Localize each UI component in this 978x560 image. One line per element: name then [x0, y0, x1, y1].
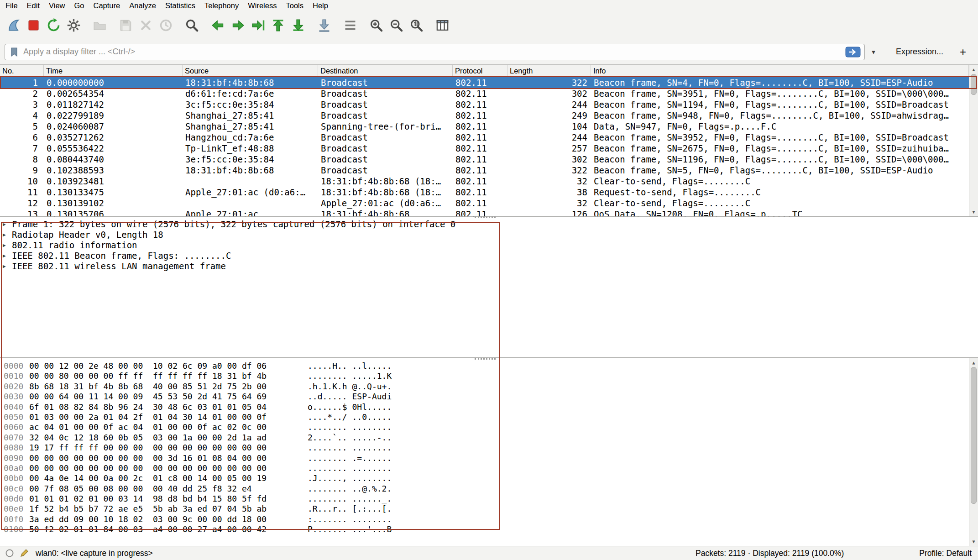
save-file-icon [118, 18, 133, 33]
menu-telephony[interactable]: Telephony [200, 0, 243, 11]
go-forward-button[interactable] [228, 16, 247, 35]
pane-splitter-handle[interactable] [475, 216, 496, 218]
apply-filter-button[interactable] [845, 47, 861, 58]
hex-row-0090[interactable]: 009000 00 00 00 00 00 00 00 00 3d 16 01 … [0, 453, 978, 463]
column-header-length[interactable]: Length [507, 65, 591, 77]
menu-go[interactable]: Go [70, 0, 89, 11]
scrollbar-up-icon[interactable]: ▲ [969, 65, 978, 73]
scrollbar-thumb[interactable] [971, 367, 977, 504]
menu-edit[interactable]: Edit [22, 0, 44, 11]
menu-statistics[interactable]: Statistics [161, 0, 200, 11]
hex-row-00b0[interactable]: 00b000 4a 0e 14 00 0a 00 2c 01 c8 00 14 … [0, 473, 978, 483]
capture-options-button[interactable] [64, 16, 83, 35]
menu-analyze[interactable]: Analyze [125, 0, 161, 11]
display-filter-field[interactable] [5, 44, 865, 60]
scrollbar-thumb[interactable] [971, 74, 977, 95]
column-header-source[interactable]: Source [183, 65, 318, 77]
zoom-in-button[interactable] [366, 16, 386, 35]
filter-dropdown-button[interactable]: ▾ [867, 44, 880, 60]
pane-splitter-handle[interactable] [475, 358, 496, 360]
packet-row-2[interactable]: 20.002654354d6:61:fe:cd:7a:6eBroadcast80… [0, 88, 969, 99]
packet-row-3[interactable]: 30.0118271423c:f5:cc:0e:35:84Broadcast80… [0, 99, 969, 110]
packet-row-7[interactable]: 70.055536422Tp-LinkT_ef:48:88Broadcast80… [0, 143, 969, 154]
packet-detail-line[interactable]: ▶Frame 1: 322 bytes on wire (2576 bits),… [0, 219, 978, 230]
scrollbar-down-icon[interactable]: ▼ [969, 208, 978, 216]
packet-row-8[interactable]: 80.0804437403e:f5:cc:0e:35:84Broadcast80… [0, 154, 969, 165]
hex-row-0040[interactable]: 00406f 01 08 82 84 8b 96 24 30 48 6c 03 … [0, 402, 978, 412]
hex-row-0080[interactable]: 008019 17 ff ff ff 00 00 00 00 00 00 00 … [0, 443, 978, 453]
expert-info-icon[interactable] [5, 548, 15, 558]
display-filter-input[interactable] [23, 47, 845, 57]
expression-button[interactable]: Expression... [887, 47, 952, 57]
expand-triangle-icon[interactable]: ▶ [3, 230, 12, 240]
hex-row-00c0[interactable]: 00c000 7f 08 05 00 08 00 00 00 40 dd 25 … [0, 484, 978, 494]
find-packet-button[interactable] [182, 16, 201, 35]
hex-row-0070[interactable]: 007032 04 0c 12 18 60 0b 05 03 00 1a 00 … [0, 433, 978, 443]
column-header-protocol[interactable]: Protocol [453, 65, 507, 77]
zoom-original-button[interactable] [407, 16, 426, 35]
hex-row-0020[interactable]: 00208b 68 18 31 bf 4b 8b 68 40 00 85 51 … [0, 382, 978, 392]
packet-row-4[interactable]: 40.022799189Shanghai_27:85:41Broadcast80… [0, 110, 969, 121]
stop-capture-button[interactable] [24, 16, 43, 35]
packet-row-10[interactable]: 100.10392348118:31:bf:4b:8b:68 (18:…802.… [0, 176, 969, 187]
hex-row-0060[interactable]: 0060ac 04 01 00 00 0f ac 04 01 00 00 0f … [0, 422, 978, 432]
auto-scroll-button[interactable] [314, 16, 334, 35]
hex-row-0030[interactable]: 003000 00 64 00 11 14 00 09 45 53 50 2d … [0, 392, 978, 402]
start-capture-button[interactable] [4, 16, 23, 35]
zoom-out-button[interactable] [387, 16, 406, 35]
hex-offset: 0040 [4, 402, 25, 412]
packet-row-13[interactable]: 130.130135706Apple_27:01:ac18:31:bf:4b:8… [0, 209, 969, 216]
go-first-button[interactable] [268, 16, 288, 35]
restart-capture-button[interactable] [44, 16, 63, 35]
packet-row-5[interactable]: 50.024060087Shanghai_27:85:41Spanning-tr… [0, 121, 969, 132]
packet-row-6[interactable]: 60.035271262Hangzhou_cd:7a:6eBroadcast80… [0, 132, 969, 143]
menu-wireless[interactable]: Wireless [243, 0, 281, 11]
expand-triangle-icon[interactable]: ▶ [3, 219, 12, 230]
menu-help[interactable]: Help [308, 0, 333, 11]
packet-row-11[interactable]: 110.130133475Apple_27:01:ac (d0:a6:…18:3… [0, 187, 969, 198]
hex-row-0050[interactable]: 005001 03 00 00 2a 01 04 2f 01 04 30 14 … [0, 412, 978, 422]
menu-capture[interactable]: Capture [89, 0, 125, 11]
packet-bytes-scrollbar[interactable]: ▲ ▼ [969, 358, 978, 546]
packet-detail-line[interactable]: ▶IEEE 802.11 Beacon frame, Flags: ......… [0, 251, 978, 261]
scrollbar-up-icon[interactable]: ▲ [969, 358, 978, 366]
capture-comment-icon[interactable] [19, 548, 29, 558]
column-header-time[interactable]: Time [44, 65, 183, 77]
packet-detail-line[interactable]: ▶IEEE 802.11 wireless LAN management fra… [0, 261, 978, 272]
hex-row-0010[interactable]: 001000 00 80 00 00 00 ff ff ff ff ff ff … [0, 371, 978, 381]
resize-columns-button[interactable] [433, 16, 452, 35]
hex-row-00a0[interactable]: 00a000 00 00 00 00 00 00 00 00 00 00 00 … [0, 463, 978, 473]
packet-row-12[interactable]: 120.130139102Apple_27:01:ac (d0:a6:…802.… [0, 198, 969, 209]
expand-triangle-icon[interactable]: ▶ [3, 251, 12, 261]
menu-tools[interactable]: Tools [281, 0, 308, 11]
scrollbar-down-icon[interactable]: ▼ [969, 537, 978, 545]
hex-row-00f0[interactable]: 00f03a ed dd 09 00 10 18 02 03 00 9c 00 … [0, 514, 978, 524]
hex-row-00e0[interactable]: 00e01f 52 b4 b5 b7 72 ae e5 5b ab 3a ed … [0, 504, 978, 514]
hex-row-0100[interactable]: 010050 f2 02 01 01 84 00 03 a4 00 00 27 … [0, 524, 978, 534]
column-header-no[interactable]: No. [0, 65, 44, 77]
packet-list-scrollbar[interactable]: ▲ ▼ [969, 65, 978, 216]
expand-triangle-icon[interactable]: ▶ [3, 261, 12, 272]
hex-row-00d0[interactable]: 00d001 01 01 02 01 00 03 14 98 d8 bd b4 … [0, 494, 978, 504]
expand-triangle-icon[interactable]: ▶ [3, 240, 12, 251]
menu-view[interactable]: View [44, 0, 69, 11]
packet-cell-length: 249 [507, 110, 591, 121]
packet-detail-line[interactable]: ▶Radiotap Header v0, Length 18 [0, 230, 978, 240]
go-last-button[interactable] [288, 16, 308, 35]
packet-row-1[interactable]: 10.00000000018:31:bf:4b:8b:68Broadcast80… [0, 77, 969, 88]
packet-row-9[interactable]: 90.10238859318:31:bf:4b:8b:68Broadcast80… [0, 165, 969, 176]
go-to-packet-button[interactable] [248, 16, 267, 35]
packet-cell-source: 18:31:bf:4b:8b:68 [183, 165, 318, 176]
menu-file[interactable]: File [1, 0, 22, 11]
profile-selector[interactable]: Profile: Default [919, 549, 972, 558]
packet-cell-info: Beacon frame, SN=1194, FN=0, Flags=.....… [591, 99, 969, 110]
go-back-button[interactable] [208, 16, 227, 35]
filter-bookmark-icon[interactable] [9, 47, 20, 58]
add-filter-button[interactable]: + [952, 46, 973, 58]
colorize-button[interactable] [340, 16, 360, 35]
column-header-info[interactable]: Info [591, 65, 969, 77]
packet-detail-line[interactable]: ▶802.11 radio information [0, 240, 978, 251]
column-header-destination[interactable]: Destination [318, 65, 453, 77]
packet-cell-protocol: 802.11 [453, 110, 507, 121]
hex-row-0000[interactable]: 000000 00 12 00 2e 48 00 00 10 02 6c 09 … [0, 361, 978, 371]
